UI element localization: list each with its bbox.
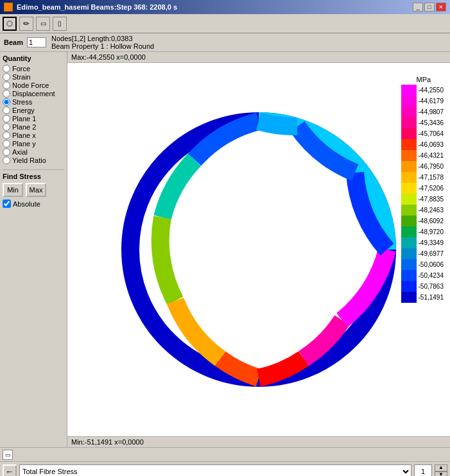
footer-select[interactable]: Total Fibre Stress: [19, 464, 411, 477]
colorbar-value: -44,2550: [419, 87, 444, 94]
colorbar-unit: MPa: [417, 76, 431, 83]
toolbar-square2-btn[interactable]: ▯: [53, 17, 67, 31]
colorbar-row: -47,5206: [401, 183, 444, 194]
colorbar-value: -50,7863: [419, 283, 444, 290]
window-controls: _ □ ✕: [413, 3, 446, 12]
beam-input[interactable]: [27, 37, 46, 47]
colorbar-value: -51,1491: [419, 294, 444, 301]
radio-force[interactable]: [3, 65, 10, 72]
radio-label-displacement: Displacement: [12, 90, 55, 98]
back-icon: ←: [5, 466, 14, 477]
colorbar-row: -44,2550: [401, 85, 444, 96]
radio-item-displacement[interactable]: Displacement: [3, 90, 64, 98]
colorbar-swatches: -44,2550-44,6179-44,9807-45,3436-45,7064…: [401, 85, 444, 303]
radio-item-force[interactable]: Force: [3, 65, 64, 72]
radio-planex[interactable]: [3, 132, 10, 139]
canvas-area: Max:-44,2550 x=0,0000: [67, 52, 450, 447]
colorbar-row: -44,6179: [401, 96, 444, 106]
radio-yieldratio[interactable]: [3, 157, 10, 164]
colorbar-swatch: [401, 194, 417, 205]
spinner-down[interactable]: ▼: [435, 472, 447, 477]
radio-nodeforce[interactable]: [3, 81, 10, 89]
colorbar-value: -48,2463: [419, 207, 444, 214]
colorbar-swatch: [401, 96, 417, 106]
colorbar-row: -45,3436: [401, 117, 444, 128]
colorbar-value: -45,7064: [419, 130, 444, 137]
find-stress-buttons: Min Max: [3, 183, 64, 197]
colorbar-swatch: [401, 106, 417, 117]
colorbar-swatch: [401, 139, 417, 150]
colorbar: MPa -44,2550-44,6179-44,9807-45,3436-45,…: [401, 76, 444, 303]
radio-item-strain[interactable]: Strain: [3, 73, 64, 81]
colorbar-swatch: [401, 292, 417, 303]
colorbar-row: -46,4321: [401, 150, 444, 161]
find-stress-label: Find Stress: [3, 173, 64, 180]
radio-label-yieldratio: Yield Ratio: [12, 157, 46, 164]
radio-item-planex[interactable]: Plane x: [3, 132, 64, 139]
circle-icon: [6, 21, 13, 27]
radio-item-axial[interactable]: Axial: [3, 148, 64, 156]
colorbar-swatch: [401, 237, 417, 248]
square1-icon: ▭: [40, 20, 46, 27]
radio-item-planey[interactable]: Plane y: [3, 140, 64, 148]
colorbar-value: -48,6092: [419, 217, 444, 225]
radio-item-stress[interactable]: Stress: [3, 98, 64, 106]
progress-icon: ▭: [3, 450, 13, 460]
colorbar-value: -49,6977: [419, 250, 444, 257]
radio-axial[interactable]: [3, 148, 10, 156]
colorbar-swatch: [401, 259, 417, 270]
min-button[interactable]: Min: [3, 183, 23, 197]
spinner-up[interactable]: ▲: [435, 464, 447, 472]
radio-item-nodeforce[interactable]: Node Force: [3, 81, 64, 89]
toolbar-circle-btn[interactable]: [3, 17, 17, 31]
radio-item-plane1[interactable]: Plane 1: [3, 115, 64, 123]
radio-label-plane2: Plane 2: [12, 123, 36, 131]
colorbar-value: -50,4234: [419, 272, 444, 279]
canvas-content: MPa -44,2550-44,6179-44,9807-45,3436-45,…: [67, 63, 450, 436]
maximize-button[interactable]: □: [424, 3, 435, 12]
quantity-label: Quantity: [3, 55, 64, 62]
absolute-checkbox[interactable]: [3, 200, 11, 208]
radio-item-plane2[interactable]: Plane 2: [3, 123, 64, 131]
canvas-footer: Min:-51,1491 x=0,0000: [67, 436, 450, 447]
radio-label-strain: Strain: [12, 73, 31, 81]
colorbar-swatch: [401, 216, 417, 226]
square2-icon: ▯: [58, 20, 62, 27]
radio-displacement[interactable]: [3, 90, 10, 98]
radio-label-force: Force: [12, 65, 30, 72]
colorbar-value: -46,7950: [419, 163, 444, 170]
colorbar-swatch: [401, 117, 417, 128]
radio-planey[interactable]: [3, 140, 10, 148]
radio-label-axial: Axial: [12, 148, 28, 156]
max-button[interactable]: Max: [26, 183, 46, 197]
colorbar-value: -44,6179: [419, 98, 444, 105]
main-container: Quantity ForceStrainNode ForceDisplaceme…: [0, 52, 450, 447]
radio-plane1[interactable]: [3, 115, 10, 123]
colorbar-swatch: [401, 85, 417, 96]
colorbar-row: -47,1578: [401, 172, 444, 183]
back-button[interactable]: ←: [3, 464, 17, 477]
radio-stress[interactable]: [3, 98, 10, 106]
colorbar-value: -45,3436: [419, 119, 444, 126]
beam-nodes-info: Nodes[1,2] Length:0,0383 Beam Property 1…: [51, 35, 154, 50]
radio-energy[interactable]: [3, 106, 10, 114]
radio-item-energy[interactable]: Energy: [3, 106, 64, 114]
radio-strain[interactable]: [3, 73, 10, 81]
radio-label-planex: Plane x: [12, 132, 36, 139]
sidebar: Quantity ForceStrainNode ForceDisplaceme…: [0, 52, 67, 447]
max-info: Max:-44,2550 x=0,0000: [71, 53, 146, 61]
minimize-button[interactable]: _: [413, 3, 423, 12]
beam-label: Beam: [4, 38, 23, 46]
radio-plane2[interactable]: [3, 123, 10, 131]
toolbar-pencil-btn[interactable]: ✏: [19, 17, 33, 31]
colorbar-row: -44,9807: [401, 106, 444, 117]
colorbar-swatch: [401, 205, 417, 216]
colorbar-value: -50,0606: [419, 261, 444, 268]
absolute-checkbox-row: Absolute: [3, 200, 64, 208]
toolbar-square1-btn[interactable]: ▭: [36, 17, 50, 31]
radio-label-nodeforce: Node Force: [12, 81, 49, 89]
close-button[interactable]: ✕: [436, 3, 446, 12]
colorbar-row: -50,4234: [401, 270, 444, 281]
radio-item-yieldratio[interactable]: Yield Ratio: [3, 157, 64, 164]
min-info: Min:-51,1491 x=0,0000: [71, 438, 144, 446]
